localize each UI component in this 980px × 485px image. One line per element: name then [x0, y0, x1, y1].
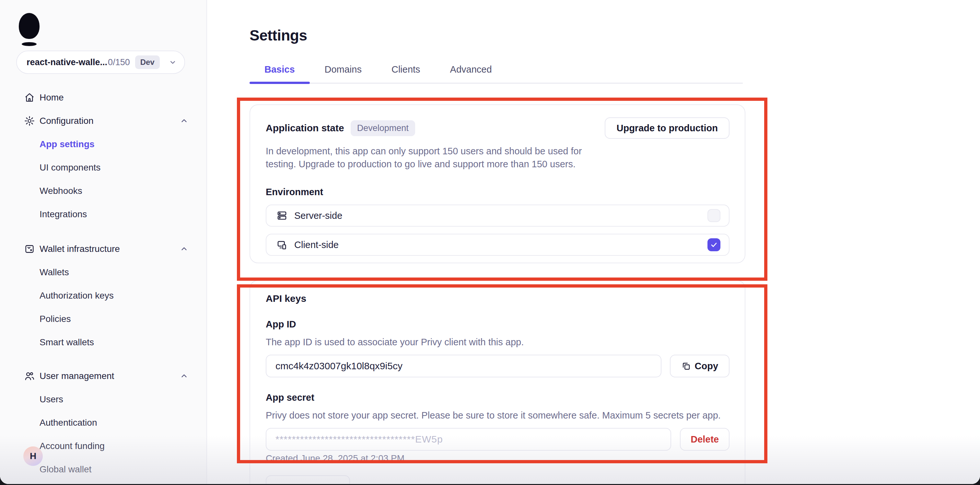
sidebar-item-label: User management	[40, 371, 114, 381]
upgrade-to-production-button[interactable]: Upgrade to production	[605, 117, 730, 139]
environment-option-label: Client-side	[294, 239, 339, 250]
api-keys-heading: API keys	[266, 293, 730, 304]
sidebar-item-wallet-infrastructure[interactable]: Wallet infrastructure	[0, 237, 207, 261]
sidebar-item-label: Wallet infrastructure	[40, 244, 120, 254]
wallet-cards-icon	[24, 244, 35, 255]
environment-option-label: Server-side	[294, 211, 342, 221]
development-badge: Development	[351, 120, 415, 136]
users-icon	[24, 370, 35, 381]
application-state-description: In development, this app can only suppor…	[266, 145, 588, 171]
delete-secret-button[interactable]: Delete	[680, 428, 730, 451]
sidebar-item-label: Home	[40, 93, 64, 103]
project-usage: 0/150	[108, 57, 130, 67]
tab-advanced[interactable]: Advanced	[435, 64, 507, 83]
privy-egg-shadow	[22, 42, 37, 46]
tab-domains[interactable]: Domains	[310, 64, 377, 83]
gear-icon	[24, 115, 35, 126]
copy-app-id-button[interactable]: Copy	[670, 355, 730, 377]
privy-egg-icon	[19, 13, 40, 39]
user-avatar[interactable]: H	[23, 447, 43, 466]
environment-option-client-side[interactable]: Client-side	[266, 234, 730, 256]
app-window: react-native-walle... 0/150 Dev Home	[0, 0, 980, 484]
check-icon	[710, 241, 718, 249]
chevron-up-icon	[180, 372, 188, 380]
sidebar-item-authorization-keys[interactable]: Authorization keys	[0, 284, 207, 307]
tab-basics[interactable]: Basics	[250, 64, 310, 83]
sidebar-item-app-settings[interactable]: App settings	[0, 132, 207, 156]
tab-clients[interactable]: Clients	[377, 64, 435, 83]
privy-logo[interactable]	[19, 13, 41, 52]
chevron-up-icon	[180, 245, 188, 253]
sidebar-item-webhooks[interactable]: Webhooks	[0, 179, 207, 203]
sidebar-nav: Home Configuration App settings UI compo…	[0, 86, 207, 481]
copy-icon	[681, 361, 691, 371]
environment-label: Environment	[266, 187, 730, 198]
app-id-label: App ID	[266, 319, 730, 330]
sidebar-item-authentication[interactable]: Authentication	[0, 411, 207, 434]
page-title: Settings	[250, 0, 745, 44]
chevron-up-icon	[180, 117, 188, 125]
sidebar-item-home[interactable]: Home	[0, 86, 207, 109]
server-side-checkbox[interactable]	[708, 209, 721, 222]
client-devices-icon	[276, 239, 288, 250]
sidebar-item-smart-wallets[interactable]: Smart wallets	[0, 331, 207, 354]
sidebar-item-label: Configuration	[40, 116, 94, 126]
project-switcher[interactable]: react-native-walle... 0/150 Dev	[16, 51, 185, 74]
secret-created-timestamp: Created June 28, 2025 at 2:03 PM.	[266, 453, 730, 464]
sidebar-item-user-management[interactable]: User management	[0, 364, 207, 388]
new-secret-button-partial[interactable]	[266, 475, 350, 484]
sidebar-item-configuration[interactable]: Configuration	[0, 109, 207, 132]
app-secret-label: App secret	[266, 392, 730, 403]
env-badge: Dev	[135, 56, 160, 69]
copy-button-label: Copy	[695, 361, 719, 372]
sidebar-item-integrations[interactable]: Integrations	[0, 203, 207, 226]
app-secret-description: Privy does not store your app secret. Pl…	[266, 410, 730, 421]
server-icon	[276, 210, 288, 222]
chevron-down-icon	[168, 58, 177, 67]
sidebar-item-ui-components[interactable]: UI components	[0, 156, 207, 179]
client-side-checkbox[interactable]	[708, 238, 721, 251]
app-id-description: The app ID is used to associate your Pri…	[266, 337, 730, 348]
main-panel: Settings Basics Domains Clients Advanced…	[208, 0, 980, 484]
project-name: react-native-walle...	[27, 57, 107, 67]
sidebar-item-users[interactable]: Users	[0, 388, 207, 411]
sidebar-item-policies[interactable]: Policies	[0, 307, 207, 331]
sidebar-item-wallets[interactable]: Wallets	[0, 261, 207, 284]
settings-tabs: Basics Domains Clients Advanced	[250, 64, 743, 84]
api-keys-card: API keys App ID The app ID is used to as…	[250, 280, 745, 484]
app-id-input[interactable]	[266, 355, 662, 377]
app-secret-input[interactable]	[266, 428, 671, 451]
application-state-heading: Application state	[266, 123, 344, 134]
environment-option-server-side[interactable]: Server-side	[266, 204, 730, 227]
sidebar: react-native-walle... 0/150 Dev Home	[0, 0, 207, 484]
privy-dashboard: react-native-walle... 0/150 Dev Home	[0, 0, 980, 485]
application-state-card: Application state Development Upgrade to…	[250, 104, 745, 263]
home-icon	[24, 92, 35, 103]
